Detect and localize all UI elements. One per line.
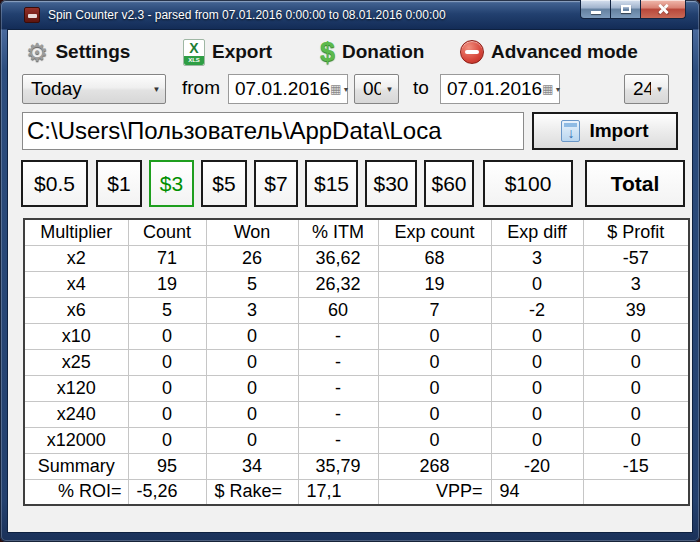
table-cell: 19 — [378, 271, 491, 297]
table-cell: 0 — [583, 323, 689, 349]
stake-tab-1[interactable]: $1 — [96, 160, 142, 207]
table-cell: 26 — [206, 245, 298, 271]
table-cell: - — [298, 349, 378, 375]
table-cell: 36,62 — [298, 245, 378, 271]
stake-tab-60[interactable]: $60 — [424, 160, 474, 207]
table-cell: 0 — [583, 401, 689, 427]
column-header: Count — [128, 219, 206, 245]
stake-tab-total[interactable]: Total — [585, 160, 685, 207]
table-cell: x2 — [24, 245, 128, 271]
stake-tab-3[interactable]: $3 — [149, 160, 194, 207]
table-cell: 7 — [378, 297, 491, 323]
period-select-value: Today — [23, 78, 148, 100]
toolbar-settings-button[interactable]: Settings — [26, 33, 130, 71]
footer-cell — [583, 479, 689, 505]
footer-cell: 17,1 — [298, 479, 378, 505]
stake-tab-30[interactable]: $30 — [365, 160, 417, 207]
stake-tab-7[interactable]: $7 — [254, 160, 298, 207]
stake-tab-5[interactable]: $5 — [201, 160, 247, 207]
footer-cell: $ Rake= — [206, 479, 298, 505]
app-icon — [24, 7, 40, 23]
column-header: Exp diff — [491, 219, 583, 245]
from-label: from — [182, 77, 220, 99]
table-cell: -15 — [583, 453, 689, 479]
table-cell: 0 — [128, 427, 206, 453]
toolbar-donation-button[interactable]: Donation — [320, 33, 424, 71]
column-header: Won — [206, 219, 298, 245]
table-cell: 0 — [491, 401, 583, 427]
from-hour-select[interactable]: 00 ▼ — [354, 74, 399, 104]
column-header: Exp count — [378, 219, 491, 245]
table-cell: 0 — [128, 349, 206, 375]
toolbar-label: Advanced mode — [491, 41, 638, 63]
table-cell: 68 — [378, 245, 491, 271]
table-cell: 0 — [491, 375, 583, 401]
chevron-down-icon: ▼ — [651, 85, 668, 94]
period-select[interactable]: Today ▼ — [22, 74, 166, 104]
toolbar-export-button[interactable]: Export — [183, 33, 272, 71]
close-button[interactable] — [640, 0, 686, 19]
stake-tab-15[interactable]: $15 — [305, 160, 358, 207]
client-area: SettingsExportDonationAdvanced mode Toda… — [8, 30, 692, 532]
table-cell: 0 — [128, 401, 206, 427]
chevron-down-icon: ▼ — [148, 85, 165, 94]
import-button[interactable]: Import — [532, 112, 678, 150]
minus-circle-icon — [460, 40, 484, 64]
table-cell: - — [298, 427, 378, 453]
table-row: x1000-000 — [24, 323, 689, 349]
table-cell: - — [298, 401, 378, 427]
chevron-down-icon: ▼ — [553, 86, 565, 93]
stake-tab-100[interactable]: $100 — [483, 160, 573, 207]
table-cell: 95 — [128, 453, 206, 479]
table-cell: x120 — [24, 375, 128, 401]
table-cell: 19 — [128, 271, 206, 297]
toolbar-advanced-mode-button[interactable]: Advanced mode — [460, 33, 638, 71]
table-footer-row: % ROI=-5,26$ Rake=17,1VPP=94 — [24, 479, 689, 505]
maximize-icon — [621, 5, 631, 13]
dollar-icon — [320, 39, 335, 66]
table-cell: 3 — [583, 271, 689, 297]
maximize-button[interactable] — [611, 0, 640, 19]
from-date-picker[interactable]: 07.01.2016 ▼ — [228, 74, 348, 104]
minimize-button[interactable] — [580, 0, 611, 19]
table-cell: 71 — [128, 245, 206, 271]
table-cell: x25 — [24, 349, 128, 375]
table-cell: Summary — [24, 453, 128, 479]
toolbar-label: Donation — [342, 41, 424, 63]
toolbar-label: Settings — [55, 41, 130, 63]
import-button-label: Import — [589, 120, 648, 142]
stake-tab-0.5[interactable]: $0.5 — [21, 160, 88, 207]
toolbar: SettingsExportDonationAdvanced mode — [8, 33, 692, 71]
table-cell: x240 — [24, 401, 128, 427]
table-row: x419526,321903 — [24, 271, 689, 297]
table-cell: 0 — [206, 375, 298, 401]
table-cell: 0 — [378, 375, 491, 401]
table-cell: 3 — [491, 245, 583, 271]
to-hour-select[interactable]: 24 ▼ — [624, 74, 669, 104]
table-cell: 0 — [583, 375, 689, 401]
app-window: Spin Counter v2.3 - parsed from 07.01.20… — [0, 0, 700, 542]
download-icon — [561, 120, 580, 142]
titlebar[interactable]: Spin Counter v2.3 - parsed from 07.01.20… — [0, 0, 700, 30]
table-row: x1200000-000 — [24, 427, 689, 453]
table-cell: - — [298, 323, 378, 349]
table-cell: -57 — [583, 245, 689, 271]
table-cell: -20 — [491, 453, 583, 479]
path-input[interactable] — [22, 112, 524, 150]
to-label: to — [413, 77, 429, 99]
gear-icon — [26, 40, 48, 65]
table-cell: 35,79 — [298, 453, 378, 479]
column-header: % ITM — [298, 219, 378, 245]
stake-tabs: $0.5$1$3$5$7$15$30$60$100Total — [8, 160, 692, 207]
table-cell: 268 — [378, 453, 491, 479]
table-cell: 34 — [206, 453, 298, 479]
table-cell: 0 — [206, 349, 298, 375]
table-cell: 3 — [206, 297, 298, 323]
window-controls — [580, 0, 686, 19]
window-title: Spin Counter v2.3 - parsed from 07.01.20… — [48, 8, 446, 22]
table-row: x2500-000 — [24, 349, 689, 375]
to-date-value: 07.01.2016 — [441, 78, 542, 100]
to-date-picker[interactable]: 07.01.2016 ▼ — [440, 74, 560, 104]
table-cell: 39 — [583, 297, 689, 323]
table-row: x653607-239 — [24, 297, 689, 323]
